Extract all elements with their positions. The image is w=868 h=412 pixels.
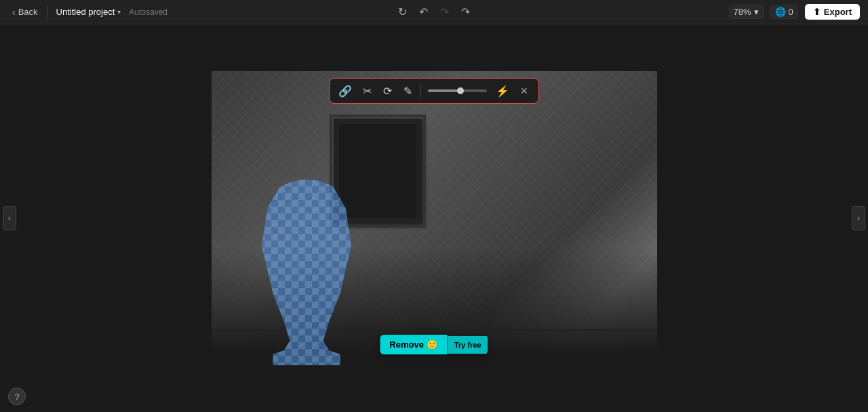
export-label: Export xyxy=(824,7,852,17)
rotate-icon: ⟳ xyxy=(383,85,392,98)
topbar-right: 78% ▾ 🌐 0 ⬆ Export xyxy=(729,4,860,20)
project-name-text: Untitled project xyxy=(56,7,115,17)
auto-tool-button[interactable]: ⚡ xyxy=(492,82,513,100)
right-arrow-icon: › xyxy=(857,213,860,223)
masked-object-inner xyxy=(251,180,363,365)
divider xyxy=(47,6,48,18)
remove-button-container: Remove 🙂 Try free xyxy=(380,335,488,354)
globe-count: 0 xyxy=(789,7,793,17)
topbar-left: ‹ Back Untitled project ▾ Autosaved xyxy=(8,5,729,19)
globe-icon: 🌐 xyxy=(775,7,786,17)
chevron-down-icon: ▾ xyxy=(117,8,121,16)
remove-icon: 🙂 xyxy=(427,339,437,350)
help-icon: ? xyxy=(14,392,19,402)
try-free-label: Try free xyxy=(454,341,481,349)
brush-tool-button[interactable]: ✎ xyxy=(399,82,416,100)
auto-icon: ⚡ xyxy=(496,85,509,98)
autosaved-label: Autosaved xyxy=(129,7,167,17)
brush-size-slider[interactable] xyxy=(428,89,487,92)
remove-label: Remove xyxy=(389,339,424,350)
toolbar-close-button[interactable]: ✕ xyxy=(515,82,533,100)
left-arrow-icon: ‹ xyxy=(8,213,11,223)
zoom-level: 78% xyxy=(734,7,751,17)
masked-object xyxy=(251,180,363,365)
toolbar-separator xyxy=(420,84,421,98)
slider-thumb xyxy=(457,87,464,94)
image-canvas: 🔗 ✂ ⟳ ✎ ⚡ ✕ xyxy=(212,71,657,365)
canvas-area: ‹ 🔗 ✂ ⟳ ✎ xyxy=(0,24,868,412)
crop-tool-button[interactable]: ✂ xyxy=(358,82,376,100)
export-button[interactable]: ⬆ Export xyxy=(805,4,860,20)
remove-button[interactable]: Remove 🙂 xyxy=(380,335,447,354)
globe-button[interactable]: 🌐 0 xyxy=(770,5,798,19)
slider-fill xyxy=(428,89,460,92)
chevron-down-icon: ▾ xyxy=(754,7,759,17)
crop-icon: ✂ xyxy=(363,85,372,98)
redo-disabled-button: ↷ xyxy=(437,5,452,19)
try-free-badge[interactable]: Try free xyxy=(447,336,488,354)
export-icon: ⬆ xyxy=(813,7,821,17)
topbar-center-controls: ↻ ↶ ↷ ↷ xyxy=(395,5,473,19)
back-icon: ‹ xyxy=(12,7,16,18)
reload-button[interactable]: ↻ xyxy=(395,5,410,19)
link-icon: 🔗 xyxy=(338,85,352,98)
project-name[interactable]: Untitled project ▾ xyxy=(54,5,124,18)
help-button[interactable]: ? xyxy=(8,388,26,405)
link-tool-button[interactable]: 🔗 xyxy=(335,82,355,100)
undo-button[interactable]: ↶ xyxy=(416,5,431,19)
left-arrow-button[interactable]: ‹ xyxy=(3,206,16,230)
brush-icon: ✎ xyxy=(403,85,412,98)
back-label: Back xyxy=(18,7,38,17)
back-button[interactable]: ‹ Back xyxy=(8,5,42,19)
redo-button[interactable]: ↷ xyxy=(458,5,473,19)
zoom-control[interactable]: 78% ▾ xyxy=(729,5,764,19)
floating-toolbar: 🔗 ✂ ⟳ ✎ ⚡ ✕ xyxy=(329,78,539,104)
topbar: ‹ Back Untitled project ▾ Autosaved ↻ ↶ … xyxy=(0,0,868,24)
rotate-tool-button[interactable]: ⟳ xyxy=(378,82,396,100)
right-arrow-button[interactable]: › xyxy=(852,206,865,230)
close-icon: ✕ xyxy=(520,85,528,96)
